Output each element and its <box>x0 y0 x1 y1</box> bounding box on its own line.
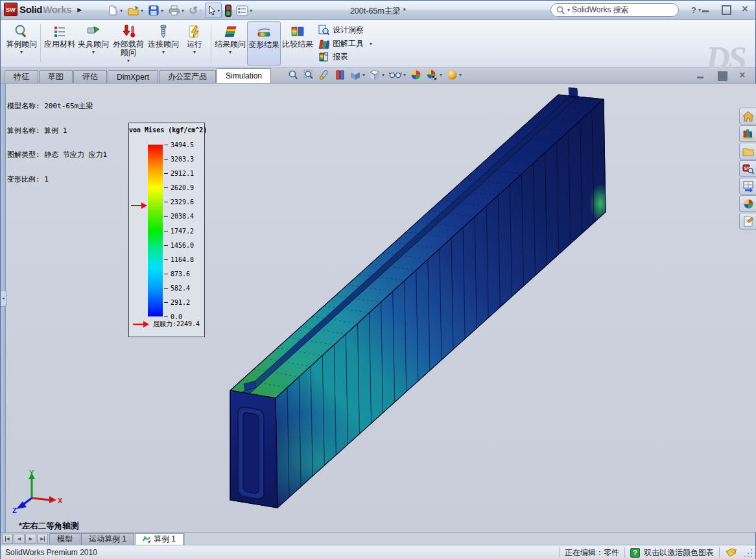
tab-sketch[interactable]: 草图 <box>39 70 73 83</box>
display-style-icon <box>370 69 381 80</box>
options-button[interactable]: ▾ <box>235 3 254 18</box>
help-button[interactable]: ?▾ <box>691 5 701 15</box>
search-scope-arrow-icon[interactable]: ▾ <box>567 7 570 13</box>
tab-office-products[interactable]: 办公室产品 <box>159 70 216 83</box>
rebuild-traffic-light-icon <box>225 5 231 17</box>
design-insight-button[interactable]: 设计洞察 <box>318 24 372 36</box>
fixtures-advisor-button[interactable]: 夹具顾问 ▾ <box>77 21 110 65</box>
tab-motion-study-1[interactable]: 运动算例 1 <box>81 533 134 545</box>
compare-results-button[interactable]: 比较结果 <box>281 21 314 65</box>
graphics-viewport[interactable]: ◂ 模型名称: 200t-65m主梁 算例名称: 算例 1 图解类型: 静态 节… <box>1 84 756 532</box>
heads-up-view-toolbar: ▾ ▾ ▾ ▾ ▾ <box>288 69 462 80</box>
select-cursor-icon <box>207 5 216 16</box>
view-settings-button[interactable]: ▾ <box>447 69 462 80</box>
task-pane: SW <box>739 108 756 230</box>
zoom-to-fit-button[interactable] <box>288 69 299 80</box>
simulation-ribbon: 算例顾问 ▾ 应用材料 夹具顾问 ▾ 外部载荷顾问 ▾ 连接顾问 ▾ 运行 ▾ <box>1 20 755 67</box>
file-explorer-button[interactable] <box>739 143 756 160</box>
stress-color-legend[interactable]: von Mises (kgf/cm^2) 3494.5 3203.3 2912.… <box>128 123 205 337</box>
undo-button[interactable]: ↺ ▾ <box>187 3 203 18</box>
dropdown-arrow-icon[interactable]: ▾ <box>127 58 130 64</box>
quick-access-toolbar: ▾ ▾ ▾ ▾ ↺ ▾ ▾ <box>106 2 254 19</box>
options-icon <box>236 5 248 16</box>
menu-flyout-arrow-icon[interactable]: ▶ <box>77 6 82 13</box>
yield-strength-label: 屈服力:2249.4 <box>153 320 200 329</box>
zoom-to-area-button[interactable] <box>303 69 314 80</box>
tab-features[interactable]: 特征 <box>5 70 38 83</box>
appearances-button[interactable] <box>739 195 756 212</box>
study-advisor-icon <box>14 24 29 40</box>
section-view-button[interactable] <box>335 69 346 80</box>
command-tab-row: 特征 草图 评估 DimXpert 办公室产品 Simulation ▾ ▾ ▾… <box>1 67 755 84</box>
study-advisor-button[interactable]: 算例顾问 ▾ <box>5 21 38 65</box>
edit-appearance-button[interactable] <box>410 69 421 80</box>
dropdown-arrow-icon[interactable]: ▾ <box>92 49 95 55</box>
run-button[interactable]: 运行 ▾ <box>180 21 209 65</box>
select-tool-button[interactable]: ▾ <box>205 3 222 18</box>
connections-advisor-button[interactable]: 连接顾问 ▾ <box>147 21 180 65</box>
dropdown-arrow-icon[interactable]: ▾ <box>162 49 165 55</box>
apply-scene-icon <box>426 69 438 80</box>
study-tab-bar: ◀ ◀ ▶ ▶ 模型 运动算例 1 算例 1 <box>1 532 755 545</box>
tab-study-1[interactable]: 算例 1 <box>135 533 183 545</box>
feature-manager-collapsed-strip <box>1 84 6 532</box>
results-advisor-button[interactable]: 结果顾问 ▾ <box>213 21 247 65</box>
new-document-button[interactable]: ▾ <box>106 3 124 18</box>
open-button[interactable]: ▾ <box>126 3 145 18</box>
doc-restore-button[interactable] <box>716 71 727 80</box>
apply-material-button[interactable]: 应用材料 <box>43 21 77 65</box>
view-orientation-button[interactable]: ▾ <box>350 69 365 80</box>
tab-bar-scroll-region[interactable] <box>184 533 755 545</box>
dropdown-arrow-icon[interactable]: ▾ <box>370 41 372 47</box>
search-input[interactable]: ▾ SolidWorks 搜索 <box>550 3 679 17</box>
deformed-result-button[interactable]: 变形结果 <box>247 21 281 65</box>
external-loads-advisor-button[interactable]: 外部载荷顾问 ▾ <box>110 21 147 65</box>
tab-simulation[interactable]: Simulation <box>217 68 271 83</box>
reference-triad[interactable]: Y X Z <box>11 468 63 517</box>
yield-arrow-icon <box>132 320 150 328</box>
rebuild-button[interactable] <box>224 3 233 18</box>
last-tab-button[interactable]: ▶ <box>37 534 48 544</box>
tab-model[interactable]: 模型 <box>49 533 80 545</box>
legend-tick: 3494.5 <box>164 141 194 149</box>
next-tab-button[interactable]: ▶ <box>25 534 36 544</box>
hide-show-items-button[interactable]: ▾ <box>389 70 406 80</box>
tab-scroll-nav: ◀ ◀ ▶ ▶ <box>2 534 48 544</box>
close-button[interactable]: × <box>740 5 750 14</box>
dropdown-arrow-icon[interactable]: ▾ <box>20 49 23 55</box>
design-library-button[interactable] <box>739 125 756 142</box>
panel-splitter-handle[interactable]: ◂ <box>1 290 6 307</box>
app-logo: SW Solid Works ▶ <box>4 3 82 16</box>
doc-close-button[interactable]: × <box>737 71 748 80</box>
home-button[interactable] <box>739 108 756 125</box>
prev-tab-button[interactable]: ◀ <box>14 534 25 544</box>
tab-evaluate[interactable]: 评估 <box>73 70 107 83</box>
edit-appearance-icon <box>410 69 421 80</box>
custom-properties-button[interactable] <box>739 213 756 230</box>
maximize-button[interactable] <box>720 5 731 14</box>
solidworks-search-button[interactable]: SW <box>739 160 756 177</box>
resize-grip[interactable] <box>744 548 753 557</box>
view-palette-button[interactable] <box>739 178 756 195</box>
minimize-button[interactable] <box>701 5 711 14</box>
report-button[interactable]: 报表 <box>318 51 372 63</box>
hide-show-items-icon <box>389 70 402 80</box>
dropdown-arrow-icon[interactable]: ▾ <box>193 49 196 55</box>
first-tab-button[interactable]: ◀ <box>2 534 13 544</box>
home-icon <box>742 111 754 122</box>
save-button[interactable]: ▾ <box>147 3 165 18</box>
tag-icon[interactable] <box>725 547 737 558</box>
tab-dimxpert[interactable]: DimXpert <box>108 70 158 83</box>
previous-view-button[interactable] <box>319 69 330 80</box>
simulation-study-icon <box>143 536 151 543</box>
doc-minimize-button[interactable] <box>696 71 706 80</box>
plot-tools-button[interactable]: 图解工具 ▾ <box>318 38 372 50</box>
dropdown-arrow-icon[interactable]: ▾ <box>229 49 231 55</box>
deformed-result-icon <box>255 25 272 40</box>
beam-model-3d[interactable] <box>1 84 756 532</box>
print-button[interactable]: ▾ <box>167 3 185 18</box>
compare-results-icon <box>289 24 306 40</box>
display-style-button[interactable]: ▾ <box>370 69 384 80</box>
quick-tip-help-icon[interactable]: ? <box>630 548 640 558</box>
apply-scene-button[interactable]: ▾ <box>426 69 442 80</box>
